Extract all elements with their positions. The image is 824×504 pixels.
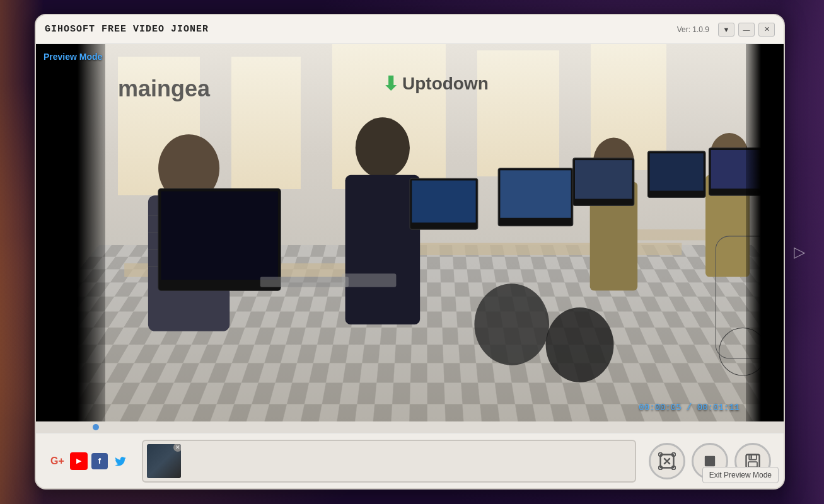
svg-rect-33 <box>342 273 396 287</box>
trim-button[interactable] <box>649 443 685 479</box>
side-arrow-decoration: ▷ <box>794 243 805 261</box>
twitter-bird-icon <box>114 455 127 467</box>
trim-icon <box>658 452 676 470</box>
app-window: GIHOSOFT FREE VIDEO JIONER Ver: 1.0.9 ▼ … <box>35 14 785 490</box>
svg-rect-22 <box>650 153 704 190</box>
clip-thumbnail[interactable]: ✕ <box>147 444 181 478</box>
svg-point-9 <box>356 117 410 178</box>
svg-rect-16 <box>412 180 475 222</box>
minimize-button[interactable]: — <box>738 23 755 37</box>
title-bar: GIHOSOFT FREE VIDEO JIONER Ver: 1.0.9 ▼ … <box>36 15 784 44</box>
svg-rect-20 <box>575 160 632 198</box>
svg-rect-31 <box>161 192 277 280</box>
svg-rect-43 <box>749 454 757 459</box>
title-bar-controls: Ver: 1.0.9 ▼ — ✕ <box>677 23 775 37</box>
svg-rect-44 <box>748 462 757 467</box>
svg-rect-45 <box>751 455 752 459</box>
app-title: GIHOSOFT FREE VIDEO JIONER <box>45 24 209 35</box>
progress-bar-background <box>36 421 784 433</box>
nebula-right-decoration <box>780 0 824 504</box>
clip-strip[interactable]: ✕ <box>142 440 636 483</box>
dropdown-button[interactable]: ▼ <box>718 23 734 37</box>
video-timestamp: 00:00:05 / 00:01:11 <box>639 403 740 413</box>
svg-point-26 <box>546 307 614 382</box>
version-label: Ver: 1.0.9 <box>677 25 709 34</box>
close-button[interactable]: ✕ <box>758 23 775 37</box>
clip-remove-button[interactable]: ✕ <box>173 444 181 452</box>
svg-rect-10 <box>345 175 421 324</box>
svg-rect-32 <box>260 277 349 287</box>
progress-bar-area[interactable] <box>36 421 784 433</box>
office-scene: maingea ⬇ Uptodown <box>36 44 784 421</box>
svg-point-25 <box>474 284 549 365</box>
svg-rect-18 <box>500 170 571 217</box>
bottom-toolbar: G+ ▶ f ✕ <box>36 433 784 488</box>
video-dark-right <box>746 44 784 421</box>
svg-rect-41 <box>705 455 715 466</box>
video-frame: maingea ⬇ Uptodown <box>36 44 784 421</box>
preview-mode-label: Preview Mode <box>44 52 102 62</box>
office-svg-scene <box>36 44 784 421</box>
social-icons-group: G+ ▶ f <box>49 452 129 470</box>
exit-preview-button[interactable]: Exit Preview Mode <box>702 467 779 483</box>
youtube-icon[interactable]: ▶ <box>70 452 88 470</box>
twitter-icon[interactable] <box>112 452 129 470</box>
google-plus-icon[interactable]: G+ <box>49 452 66 470</box>
progress-indicator[interactable] <box>93 424 99 430</box>
video-container[interactable]: maingea ⬇ Uptodown <box>36 44 784 421</box>
main-content: maingea ⬇ Uptodown <box>36 44 784 488</box>
facebook-icon[interactable]: f <box>91 453 108 469</box>
video-dark-left <box>36 44 105 421</box>
